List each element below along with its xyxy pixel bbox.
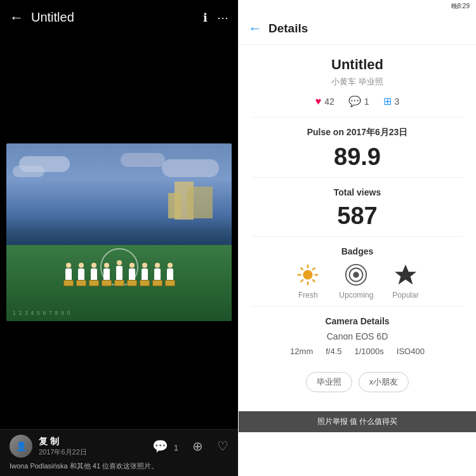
badges-label: Badges (251, 246, 463, 256)
photo-tags: 小黄车 毕业照 (251, 76, 463, 88)
collection-icon: ⊞ (383, 95, 392, 107)
right-panel: 晚8:29 ← Details Untitled 小黄车 毕业照 ♥ 42 💬 … (238, 0, 476, 476)
user-row: 👤 复 制 2017年6月22日 💬 1 ⊕ ♡ (10, 435, 228, 458)
comment-icon: 💬 (152, 439, 168, 453)
post-date: 2017年6月22日 (39, 447, 87, 457)
left-panel: ← Untitled ℹ ⋯ (0, 0, 238, 476)
left-title: Untitled (31, 10, 194, 25)
pulse-section: Pulse on 2017年6月23日 89.9 (251, 117, 463, 178)
comments-count: 1 (364, 96, 369, 107)
popular-label: Popular (392, 291, 418, 300)
shutter-speed: 1/1000s (355, 347, 384, 356)
badge-fresh: Fresh (296, 263, 320, 300)
focal-length: 12mm (290, 347, 313, 356)
right-header: ← Details (239, 13, 476, 45)
left-header: ← Untitled ℹ ⋯ (0, 0, 238, 35)
badges-row: Fresh Upcoming Popular (251, 263, 463, 300)
collections-stat: ⊞ 3 (383, 95, 400, 107)
bubble-icon: 💬 (348, 95, 361, 107)
camera-label: Camera Details (251, 316, 463, 326)
comment-count: 1 (174, 443, 178, 453)
svg-line-6 (313, 280, 315, 282)
user-info: 复 制 2017年6月22日 (39, 436, 87, 457)
likes-stat: ♥ 42 (315, 95, 334, 107)
heart-filled-icon: ♥ (315, 96, 322, 107)
comments-stat: 💬 1 (348, 95, 369, 107)
left-back-button[interactable]: ← (10, 10, 23, 26)
comment-action[interactable]: 💬 1 (152, 439, 178, 454)
info-icon[interactable]: ℹ (203, 11, 208, 25)
svg-line-5 (301, 268, 303, 270)
photo-area: 1 2 3 4 5 6 7 8 9 0 (0, 35, 238, 429)
views-value: 587 (251, 202, 463, 230)
fresh-icon (296, 263, 320, 287)
badges-section: Badges Fresh (251, 237, 463, 307)
bottom-bar: 照片举报 值 什么值得买 (239, 411, 476, 432)
right-back-button[interactable]: ← (248, 20, 262, 37)
watermark: 1 2 3 4 5 6 7 8 9 0 (13, 310, 71, 316)
footer-actions: 💬 1 ⊕ ♡ (152, 439, 228, 454)
avatar: 👤 (10, 435, 32, 458)
camera-specs: 12mm f/4.5 1/1000s ISO400 (251, 347, 463, 356)
username: 复 制 (39, 436, 87, 447)
status-bar-time: 晚8:29 (451, 2, 470, 11)
detail-content: Untitled 小黄车 毕业照 ♥ 42 💬 1 ⊞ 3 Pulse on 2… (239, 45, 476, 411)
aperture: f/4.5 (326, 347, 341, 356)
camera-section: Camera Details Canon EOS 6D 12mm f/4.5 1… (251, 307, 463, 362)
collections-count: 3 (395, 96, 400, 107)
kids-row (63, 260, 175, 286)
stats-row: ♥ 42 💬 1 ⊞ 3 (251, 95, 463, 117)
svg-line-7 (313, 268, 315, 270)
likes-text: Iwona Podlasińska 和其他 41 位喜欢这张照片。 (10, 461, 228, 471)
iso: ISO400 (397, 347, 425, 356)
badge-popular: Popular (392, 263, 418, 300)
right-header-title: Details (268, 22, 308, 36)
fresh-label: Fresh (298, 291, 318, 300)
svg-point-11 (354, 272, 360, 278)
share-icon[interactable]: ⋯ (217, 11, 228, 25)
views-section: Total views 587 (251, 178, 463, 237)
svg-marker-12 (395, 265, 416, 284)
badge-upcoming: Upcoming (339, 263, 373, 300)
camera-model: Canon EOS 6D (251, 331, 463, 341)
tags-section: 毕业照x小朋友 (251, 362, 463, 399)
tag-chip[interactable]: x小朋友 (359, 372, 409, 392)
add-to-collection-icon[interactable]: ⊕ (192, 439, 203, 454)
status-bar: 晚8:29 (239, 0, 476, 13)
pulse-value: 89.9 (251, 143, 463, 171)
popular-icon (393, 263, 418, 287)
svg-point-0 (303, 270, 313, 279)
upcoming-icon (344, 263, 368, 287)
tag-chip[interactable]: 毕业照 (306, 372, 352, 392)
photo-image: 1 2 3 4 5 6 7 8 9 0 (6, 143, 232, 321)
photo-title: Untitled (251, 56, 463, 73)
likes-count: 42 (324, 96, 334, 107)
svg-line-8 (301, 280, 303, 282)
pulse-label: Pulse on 2017年6月23日 (251, 127, 463, 138)
views-label: Total views (251, 187, 463, 197)
left-footer: 👤 复 制 2017年6月22日 💬 1 ⊕ ♡ Iwona Podlasińs… (0, 429, 238, 476)
like-icon[interactable]: ♡ (217, 439, 228, 454)
upcoming-label: Upcoming (339, 291, 373, 300)
